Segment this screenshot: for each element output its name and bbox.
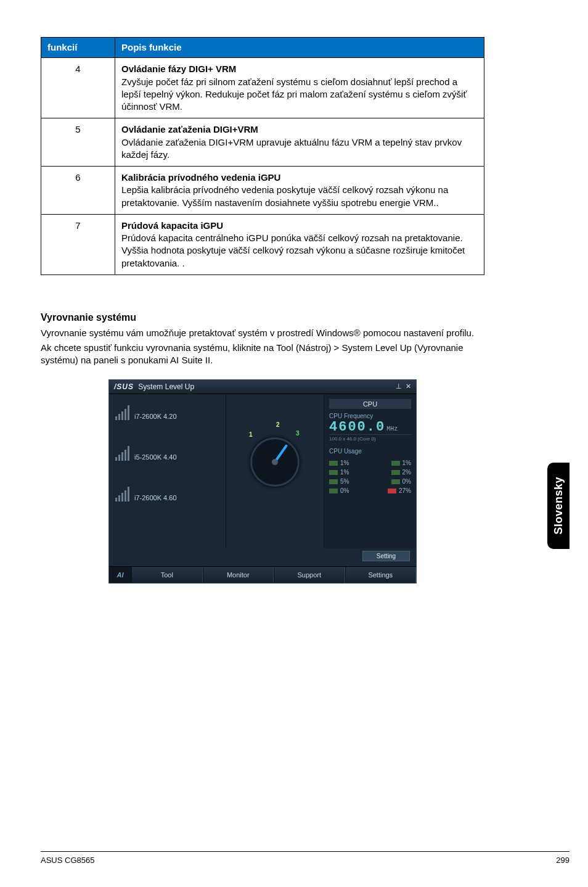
app-titlebar: /SUS System Level Up ⊥ ✕	[109, 380, 416, 394]
cpu-panel: CPU CPU Frequency 4600.0MHz 100.0 x 46.0…	[324, 394, 416, 548]
language-side-tab: Slovensky	[547, 463, 570, 549]
row-desc: Lepšia kalibrácia prívodného vedenia pos…	[121, 184, 448, 207]
row-number: 7	[41, 214, 115, 274]
footer-page-number: 299	[556, 856, 570, 865]
row-title: Ovládanie fázy DIGI+ VRM	[121, 63, 478, 75]
language-label: Slovensky	[552, 477, 565, 535]
usage-val: 1%	[402, 460, 411, 466]
cpu-frequency-detail: 100.0 x 46.0 (Core 0)	[329, 434, 411, 442]
usage-val: 0%	[340, 487, 349, 494]
system-level-up-app: /SUS System Level Up ⊥ ✕ i7-2600K 4.20	[108, 379, 417, 584]
profile-bars-icon	[115, 484, 129, 501]
pin-icon[interactable]: ⊥	[396, 382, 402, 390]
profile-item[interactable]: i5-2500K 4.40	[115, 444, 219, 467]
page-footer: ASUS CG8565 299	[41, 851, 570, 865]
row-number: 5	[41, 118, 115, 167]
section-paragraph: Vyrovnanie systému vám umožňuje pretakto…	[41, 327, 484, 339]
profile-name: i7-2600K 4.20	[134, 413, 177, 420]
profile-name: i7-2600K 4.60	[134, 494, 177, 501]
usage-val: 0%	[402, 478, 411, 485]
row-title: Kalibrácia prívodného vedenia iGPU	[121, 171, 478, 184]
row-desc: Ovládanie zaťaženia DIGI+VRM upravuje ak…	[121, 137, 462, 160]
row-number: 4	[41, 58, 115, 118]
gauge-area: 1 2 3	[226, 394, 324, 548]
usage-row: 0% 27%	[329, 486, 411, 495]
close-icon[interactable]: ✕	[406, 382, 411, 390]
slider-row: Setting	[109, 548, 416, 566]
profile-list: i7-2600K 4.20 i5-2500K 4.40 i7-2600K 4.6…	[109, 394, 226, 548]
footer-model: ASUS CG8565	[41, 856, 94, 865]
bar-icon	[329, 489, 338, 493]
profile-name: i5-2500K 4.40	[134, 453, 177, 461]
usage-row: 1% 2%	[329, 468, 411, 477]
app-title: /SUS System Level Up	[114, 382, 194, 391]
profile-item[interactable]: i7-2600K 4.20	[115, 403, 219, 426]
bar-icon	[391, 461, 400, 466]
usage-val: 5%	[340, 478, 349, 485]
row-desc-cell: Ovládanie zaťaženia DIGI+VRM Ovládanie z…	[115, 118, 484, 167]
bar-icon	[329, 461, 338, 466]
usage-val: 2%	[402, 469, 411, 476]
gauge-hub-icon	[272, 459, 278, 465]
row-title: Prúdová kapacita iGPU	[121, 220, 478, 232]
bar-icon	[391, 479, 400, 484]
row-desc-cell: Ovládanie fázy DIGI+ VRM Zvyšuje počet f…	[115, 58, 484, 118]
bar-icon	[391, 470, 400, 475]
table-header-col2: Popis funkcie	[115, 38, 484, 58]
row-desc: Prúdová kapacita centrálneho iGPU ponúka…	[121, 233, 465, 268]
tab-settings[interactable]: Settings	[345, 567, 417, 583]
table-row: 5 Ovládanie zaťaženia DIGI+VRM Ovládanie…	[41, 118, 484, 167]
usage-row: 1% 1%	[329, 458, 411, 468]
brand-logo: /SUS	[114, 382, 134, 391]
tab-tool[interactable]: Tool	[131, 567, 203, 583]
profile-item[interactable]: i7-2600K 4.60	[115, 484, 219, 508]
bar-icon	[329, 479, 338, 484]
setting-button[interactable]: Setting	[362, 551, 410, 561]
table-header-col1: funkcií	[41, 38, 115, 58]
section-heading: Vyrovnanie systému	[41, 312, 484, 323]
gauge-label-1: 1	[249, 431, 253, 438]
tab-support[interactable]: Support	[274, 567, 345, 583]
row-title: Ovládanie zaťaženia DIGI+VRM	[121, 123, 478, 136]
bar-icon	[388, 489, 396, 493]
gauge-dial[interactable]	[250, 437, 300, 487]
section-paragraph: Ak chcete spustiť funkciu vyrovnania sys…	[41, 342, 484, 367]
usage-val: 1%	[340, 469, 349, 476]
table-row: 7 Prúdová kapacita iGPU Prúdová kapacita…	[41, 214, 484, 274]
cpu-panel-header: CPU	[329, 399, 411, 409]
functions-table: funkcií Popis funkcie 4 Ovládanie fázy D…	[41, 37, 484, 275]
tab-monitor[interactable]: Monitor	[203, 567, 274, 583]
gauge-label-3: 3	[296, 430, 300, 437]
row-number: 6	[41, 167, 115, 215]
row-desc-cell: Prúdová kapacita iGPU Prúdová kapacita c…	[115, 214, 484, 274]
ai-suite-logo-icon[interactable]: AI	[109, 567, 131, 583]
bar-icon	[329, 470, 338, 475]
usage-row: 5% 0%	[329, 477, 411, 486]
table-row: 6 Kalibrácia prívodného vedenia iGPU Lep…	[41, 167, 484, 215]
cpu-usage-label: CPU Usage	[329, 448, 411, 455]
gauge-label-2: 2	[276, 421, 280, 428]
row-desc-cell: Kalibrácia prívodného vedenia iGPU Lepši…	[115, 167, 484, 215]
profile-bars-icon	[115, 403, 129, 420]
freq-number: 4600.0	[329, 419, 385, 435]
freq-unit: MHz	[386, 426, 398, 432]
cpu-frequency-label: CPU Frequency	[329, 413, 411, 419]
usage-val: 27%	[399, 487, 411, 494]
cpu-usage-grid: 1% 1% 1% 2% 5% 0% 0% 27%	[329, 458, 411, 495]
row-desc: Zvyšuje počet fáz pri silnom zaťažení sy…	[121, 76, 467, 112]
cpu-frequency-value: 4600.0MHz	[329, 421, 411, 434]
app-title-text: System Level Up	[138, 382, 194, 391]
profile-bars-icon	[115, 444, 129, 461]
bottom-tabs: AI Tool Monitor Support Settings	[109, 566, 416, 583]
table-row: 4 Ovládanie fázy DIGI+ VRM Zvyšuje počet…	[41, 58, 484, 118]
usage-val: 1%	[340, 460, 349, 466]
